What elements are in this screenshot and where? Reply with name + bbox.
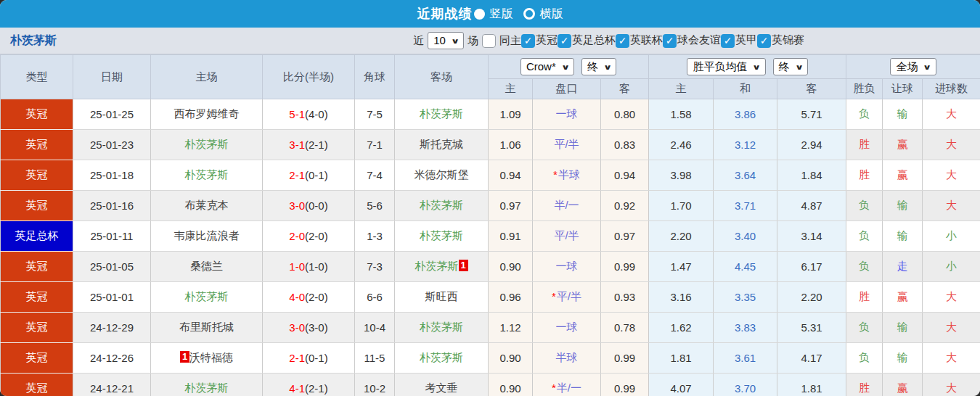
crow-final-select[interactable]: 终 ∨ (581, 58, 616, 76)
crow-company-select[interactable]: Crow* ∨ (520, 58, 574, 76)
table-row: 英冠 25-01-16 布莱克本 3-0(0-0) 5-6 朴茨茅斯 0.97 … (1, 191, 980, 221)
cell-score: 2-1(0-1) (263, 160, 355, 191)
results-table: 类型 日期 主场 比分(半场) 角球 客场 Crow* ∨ 终 ∨ (0, 54, 980, 396)
cell-corners: 7-3 (355, 252, 395, 282)
filter-bar: 朴茨茅斯 近 10 ∨ 场 同主 ✓英冠✓英足总杯✓英联杯✓球会友谊✓英甲✓英锦… (0, 28, 980, 54)
cell-away: 朴茨茅斯 (395, 343, 489, 374)
score-half: (2-0) (305, 291, 328, 303)
league-checkbox-4[interactable]: ✓ (721, 34, 735, 48)
recent-count-select[interactable]: 10 ∨ (428, 32, 464, 50)
league-checkbox-5[interactable]: ✓ (757, 34, 771, 48)
star-mark: * (552, 290, 556, 302)
cell-away: 斯旺西 (395, 282, 489, 313)
recent-results-panel: 近期战绩 竖版 横版 朴茨茅斯 近 10 ∨ 场 同主 ✓英冠✓英足总杯✓英联杯… (0, 0, 980, 396)
cell-result-goals: 大 (923, 191, 980, 221)
handicap-text: 半球 (556, 351, 578, 363)
cell-crow-away: 0.94 (601, 160, 649, 191)
cell-avg-draw: 4.45 (714, 252, 777, 282)
recent-label: 近 (413, 34, 424, 48)
sub-header-let: 让球 (883, 79, 923, 99)
red-card-badge: 1 (180, 351, 189, 363)
avg-final-select[interactable]: 终 ∨ (773, 58, 808, 76)
recent-count-value: 10 (433, 35, 446, 47)
cell-crow-home: 0.91 (489, 221, 533, 252)
cell-date: 24-12-29 (73, 313, 151, 343)
chevron-down-icon: ∨ (603, 63, 612, 71)
score-half: (2-1) (305, 382, 328, 395)
cell-away: 朴茨茅斯 (395, 191, 489, 221)
cell-crow-home: 1.12 (489, 313, 533, 343)
cell-result-handicap: 输 (883, 313, 923, 343)
cell-avg-draw: 3.35 (714, 282, 777, 313)
cell-score: 4-1(2-1) (263, 374, 355, 396)
cell-result-handicap: 赢 (883, 282, 923, 313)
star-mark: * (553, 168, 558, 181)
cell-crow-away: 0.92 (601, 191, 649, 221)
score-main: 2-1 (289, 169, 305, 181)
cell-league: 英冠 (1, 282, 73, 313)
cell-score: 4-0(2-0) (263, 282, 355, 313)
title-bar: 近期战绩 竖版 横版 (0, 0, 980, 28)
cell-league: 英冠 (1, 99, 73, 130)
team-name: 米德尔斯堡 (415, 168, 469, 181)
cell-avg-home: 3.98 (649, 160, 714, 191)
cell-avg-away: 1.81 (777, 374, 846, 396)
cell-avg-away: 5.71 (777, 99, 846, 130)
league-label-1: 英足总杯 (572, 33, 616, 46)
radio-horizontal-label[interactable]: 横版 (540, 7, 563, 22)
crow-group-header: Crow* ∨ 终 ∨ (489, 55, 649, 79)
col-header-away: 客场 (395, 55, 489, 99)
check-icon: ✓ (666, 36, 674, 46)
radio-vertical-layout[interactable] (474, 9, 485, 20)
league-checkbox-2[interactable]: ✓ (616, 34, 629, 48)
col-header-corners: 角球 (355, 55, 395, 99)
star-mark: * (552, 381, 556, 394)
cell-handicap: *半球 (533, 160, 601, 191)
cell-away: 考文垂 (395, 374, 489, 396)
filters-group: 近 10 ∨ 场 同主 ✓英冠✓英足总杯✓英联杯✓球会友谊✓英甲✓英锦赛 (413, 32, 804, 50)
handicap-text: 半/一 (557, 381, 581, 394)
cell-league: 英足总杯 (1, 221, 73, 252)
cell-date: 25-01-23 (73, 130, 151, 160)
avg-metric-select[interactable]: 胜平负均值 ∨ (687, 58, 765, 76)
col-header-score: 比分(半场) (263, 55, 355, 99)
check-icon: ✓ (524, 36, 533, 46)
handicap-text: 半球 (558, 168, 580, 181)
cell-date: 25-01-05 (73, 252, 151, 282)
cell-result-wdl: 负 (846, 191, 883, 221)
cell-home: 朴茨茅斯 (151, 130, 263, 160)
cell-result-goals: 大 (923, 130, 980, 160)
cell-corners: 7-5 (355, 99, 395, 130)
cell-corners: 10-4 (355, 313, 395, 343)
team-name-heading: 朴茨茅斯 (10, 33, 57, 49)
cell-avg-away: 2.94 (777, 130, 846, 160)
league-checkbox-3[interactable]: ✓ (663, 34, 677, 48)
league-filters: ✓英冠✓英足总杯✓英联杯✓球会友谊✓英甲✓英锦赛 (521, 33, 804, 48)
cell-avg-home: 1.81 (649, 343, 714, 374)
radio-horizontal-layout[interactable] (523, 8, 535, 20)
cell-result-handicap: 赢 (883, 160, 923, 191)
cell-result-wdl: 负 (846, 343, 883, 374)
cell-crow-away: 0.80 (601, 99, 649, 130)
same-home-label: 同主 (499, 34, 521, 48)
cell-away: 朴茨茅斯 (395, 221, 489, 252)
avg-metric-value: 胜平负均值 (693, 61, 747, 73)
league-checkbox-1[interactable]: ✓ (558, 34, 571, 48)
table-row: 英足总杯 25-01-11 韦康比流浪者 2-0(2-0) 1-3 朴茨茅斯 0… (1, 221, 980, 252)
same-home-checkbox[interactable] (482, 34, 496, 48)
cell-crow-home: 0.90 (489, 374, 533, 396)
league-label-4: 英甲 (735, 33, 757, 46)
cell-crow-home: 1.06 (489, 130, 533, 160)
cell-avg-away: 4.87 (777, 191, 846, 221)
sub-header-avg-draw: 和 (714, 79, 777, 99)
league-checkbox-0[interactable]: ✓ (521, 34, 535, 48)
cell-league: 英冠 (1, 343, 73, 374)
score-half: (4-0) (305, 108, 328, 120)
score-main: 3-0 (289, 199, 305, 212)
cell-league: 英冠 (1, 130, 73, 160)
radio-vertical-label[interactable]: 竖版 (490, 7, 513, 22)
team-name: 斯旺西 (425, 290, 458, 302)
crow-company-value: Crow* (526, 61, 556, 73)
table-row: 英冠 24-12-21 朴茨茅斯 4-1(2-1) 10-2 考文垂 0.90 … (1, 374, 980, 396)
fulltime-scope-select[interactable]: 全场 ∨ (890, 58, 936, 76)
